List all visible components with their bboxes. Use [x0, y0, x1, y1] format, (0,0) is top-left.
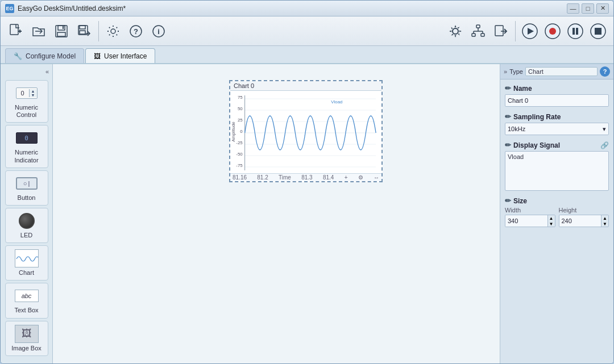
settings-button[interactable]: [102, 20, 124, 42]
svg-text:0: 0: [240, 129, 243, 134]
right-panel: » Type Chart ? ✏ Name ✏: [500, 64, 613, 363]
svg-text:Vload: Vload: [331, 99, 342, 104]
save-button[interactable]: [51, 20, 72, 42]
led-icon: [19, 212, 35, 230]
x-label: Time: [279, 174, 291, 181]
sampling-rate-label: ✏ Sampling Rate: [505, 112, 609, 121]
svg-text:50: 50: [238, 106, 243, 111]
svg-point-17: [453, 28, 458, 34]
width-spinbox[interactable]: 340 ▲ ▼: [505, 215, 555, 227]
sidebar-collapse-area: «: [1, 68, 52, 76]
button-label: Button: [18, 194, 36, 202]
size-section-label: ✏ Size: [505, 196, 609, 205]
x-min-label: 81.16: [233, 174, 247, 181]
help-button[interactable]: ?: [125, 20, 147, 42]
right-panel-collapse-button[interactable]: »: [504, 68, 507, 75]
upload-button[interactable]: [490, 20, 512, 42]
record-button[interactable]: [542, 20, 563, 42]
width-label: Width: [505, 207, 555, 214]
size-section: ✏ Size Width 340 ▲ ▼: [505, 196, 609, 227]
signal-pencil-icon: ✏: [505, 141, 511, 149]
numeric-indicator-icon: 0: [16, 129, 38, 147]
chart-widget[interactable]: Chart 0 75 50 25 0 -25 -50 -75 Amplitude: [229, 80, 383, 182]
svg-rect-32: [572, 28, 575, 35]
svg-point-31: [568, 24, 583, 39]
config-button[interactable]: [445, 20, 466, 42]
svg-text:i: i: [157, 27, 160, 36]
tab-user-interface[interactable]: 🖼 User Interface: [85, 48, 155, 63]
canvas-area[interactable]: Chart 0 75 50 25 0 -25 -50 -75 Amplitude: [53, 64, 500, 363]
width-decrement-button[interactable]: ▼: [548, 221, 555, 227]
info-button[interactable]: i: [148, 20, 169, 42]
chart-widget-title: Chart 0: [230, 81, 381, 91]
sidebar-collapse-button[interactable]: «: [45, 68, 49, 75]
pan-icon[interactable]: ↔: [374, 174, 379, 181]
chart-icon: [15, 249, 39, 267]
minimize-button[interactable]: —: [567, 3, 579, 14]
sidebar-item-chart[interactable]: Chart: [5, 245, 48, 281]
network-button[interactable]: [467, 20, 489, 42]
height-label: Height: [559, 207, 609, 214]
sidebar-item-image-box[interactable]: 🖼 Image Box: [5, 321, 48, 356]
name-input[interactable]: [505, 94, 609, 107]
svg-text:-25: -25: [236, 140, 243, 145]
sidebar-item-led[interactable]: LED: [5, 208, 48, 243]
stop-button[interactable]: [587, 20, 609, 42]
svg-text:Amplitude: Amplitude: [231, 122, 236, 142]
width-increment-button[interactable]: ▲: [548, 215, 555, 221]
main-area: « 0 ▲ ▼ NumericControl: [1, 64, 613, 363]
close-button[interactable]: ✕: [596, 3, 609, 14]
sampling-rate-value: 10kHz: [508, 125, 525, 132]
user-interface-icon: 🖼: [94, 52, 101, 60]
sampling-rate-section: ✏ Sampling Rate 10kHz ▾: [505, 112, 609, 135]
name-section-label: ✏ Name: [505, 84, 609, 93]
zoom-in-icon[interactable]: +: [345, 174, 348, 181]
open-file-button[interactable]: [28, 20, 49, 42]
width-value: 340: [505, 215, 547, 227]
svg-point-12: [111, 29, 115, 34]
new-file-button[interactable]: [5, 20, 27, 42]
display-signal-section: ✏ Display Signal 🔗 Vload: [505, 141, 609, 191]
height-spinbox-buttons: ▲ ▼: [601, 215, 608, 227]
numeric-control-icon: 0 ▲ ▼: [16, 84, 38, 102]
x-mid1-label: 81.2: [257, 174, 268, 181]
toolbar-left-group: ? i: [5, 20, 169, 42]
display-signal-link-icon[interactable]: 🔗: [600, 141, 609, 149]
title-bar: EG EasyGo DeskSim/Untitled.desksim* — □ …: [1, 1, 613, 16]
zoom-settings-icon[interactable]: ⚙: [358, 174, 363, 181]
sidebar-item-numeric-control[interactable]: 0 ▲ ▼ NumericControl: [5, 80, 48, 123]
button-icon: ○ |: [16, 174, 38, 193]
width-col: Width 340 ▲ ▼: [505, 207, 555, 227]
svg-rect-6: [57, 32, 65, 36]
height-decrement-button[interactable]: ▼: [601, 221, 608, 227]
sidebar-item-text-box[interactable]: abc Text Box: [5, 283, 48, 318]
svg-text:-75: -75: [236, 163, 243, 168]
svg-rect-0: [10, 24, 18, 35]
main-window: EG EasyGo DeskSim/Untitled.desksim* — □ …: [0, 0, 614, 364]
text-box-icon: abc: [15, 287, 39, 305]
name-pencil-icon: ✏: [505, 84, 511, 93]
size-pencil-icon: ✏: [505, 196, 511, 205]
led-label: LED: [20, 232, 32, 239]
tab-configure-model[interactable]: 🔧 Configure Model: [5, 48, 84, 63]
right-panel-help-button[interactable]: ?: [600, 66, 610, 77]
svg-rect-19: [472, 34, 475, 36]
right-panel-header: » Type Chart ?: [500, 64, 613, 80]
height-increment-button[interactable]: ▲: [601, 215, 608, 221]
toolbar-right-group: [445, 20, 609, 42]
svg-rect-5: [58, 26, 65, 30]
pause-button[interactable]: [565, 20, 586, 42]
play-button[interactable]: [519, 20, 541, 42]
maximize-button[interactable]: □: [582, 3, 594, 14]
numeric-control-label: NumericControl: [15, 104, 38, 119]
chart-body: 75 50 25 0 -25 -50 -75 Amplitude: [230, 91, 381, 173]
svg-rect-10: [80, 31, 85, 34]
sampling-rate-select[interactable]: 10kHz ▾: [505, 123, 609, 135]
save-as-button[interactable]: [73, 20, 95, 42]
height-spinbox[interactable]: 240 ▲ ▼: [559, 215, 609, 227]
sidebar-item-button[interactable]: ○ | Button: [5, 170, 48, 206]
sidebar-item-numeric-indicator[interactable]: 0 NumericIndicator: [5, 125, 48, 168]
svg-text:-50: -50: [236, 152, 243, 157]
right-panel-body: ✏ Name ✏ Sampling Rate 10kHz ▾: [500, 80, 613, 363]
toolbar-sep-1: [98, 21, 99, 41]
